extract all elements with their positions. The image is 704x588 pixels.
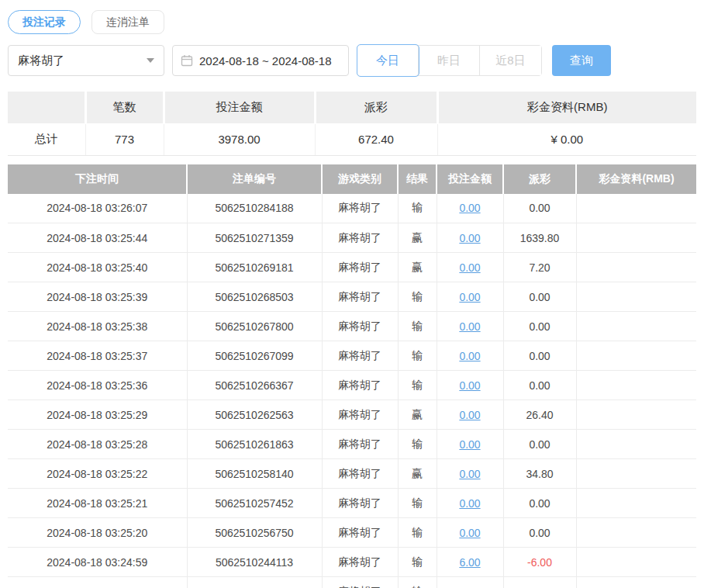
cell-result: 输 [398, 577, 437, 588]
quick-yesterday-button[interactable]: 昨日 [419, 46, 480, 75]
records-header-row: 下注时间 注单编号 游戏类别 结果 投注金额 派彩 彩金资料(RMB) [8, 164, 696, 194]
tab-betting-records[interactable]: 投注记录 [8, 10, 81, 34]
cell-bet-amount: 6.00 [437, 577, 503, 588]
game-select-value: 麻将胡了 [18, 54, 64, 68]
cell-bonus [576, 430, 696, 459]
cell-bet-number: 5062510266367 [187, 371, 322, 400]
table-row: 2024-08-18 03:25:215062510257452麻将胡了输0.0… [8, 489, 696, 518]
cell-bet-amount: 0.00 [437, 253, 503, 282]
cell-result: 赢 [398, 253, 437, 282]
cell-bet-time: 2024-08-18 03:25:21 [8, 489, 187, 518]
col-bet-amount: 投注金额 [437, 164, 503, 194]
cell-bet-time: 2024-08-18 03:25:28 [8, 430, 187, 459]
bet-amount-link[interactable]: 0.00 [459, 409, 480, 421]
bet-amount-link[interactable]: 0.00 [459, 497, 480, 510]
bet-amount-link[interactable]: 6.00 [459, 586, 480, 588]
tabs-row: 投注记录 连消注单 [8, 10, 696, 34]
cell-payout: 26.40 [503, 400, 576, 430]
query-button[interactable]: 查询 [552, 45, 611, 76]
cell-bet-number: 5062510256750 [187, 518, 322, 548]
cell-bet-time: 2024-08-18 03:25:38 [8, 312, 187, 341]
cell-bet-amount: 0.00 [437, 518, 503, 548]
cell-bonus [576, 312, 696, 341]
quick-last-8-days-button[interactable]: 近8日 [480, 46, 541, 75]
cell-bet-amount: 0.00 [437, 223, 503, 253]
cell-bonus [576, 371, 696, 400]
table-row: 2024-08-18 03:25:385062510267800麻将胡了输0.0… [8, 312, 696, 341]
cell-bet-amount: 0.00 [437, 400, 503, 430]
bet-amount-link[interactable]: 0.00 [459, 527, 480, 539]
cell-payout: 7.20 [503, 253, 576, 282]
cell-payout: 0.00 [503, 430, 576, 459]
cell-payout: 0.00 [503, 312, 576, 341]
cell-bet-amount: 0.00 [437, 459, 503, 489]
table-row: 2024-08-18 03:25:285062510261863麻将胡了输0.0… [8, 430, 696, 459]
bet-amount-link[interactable]: 0.00 [459, 261, 480, 274]
summary-col-payout: 派彩 [315, 92, 437, 123]
table-row: 2024-08-18 03:25:365062510266367麻将胡了输0.0… [8, 371, 696, 400]
cell-game-type: 麻将胡了 [322, 371, 398, 400]
cell-payout: 0.00 [503, 282, 576, 312]
cell-game-type: 麻将胡了 [322, 282, 398, 312]
cell-bonus [576, 518, 696, 548]
calendar-icon [181, 54, 193, 67]
cell-bet-number: 5062510244113 [187, 548, 322, 577]
cell-result: 赢 [398, 223, 437, 253]
cell-payout: -6.00 [503, 577, 576, 588]
cell-game-type: 麻将胡了 [322, 489, 398, 518]
table-row: 2024-08-18 03:25:375062510267099麻将胡了输0.0… [8, 341, 696, 371]
col-bet-number: 注单编号 [187, 164, 322, 194]
cell-bet-amount: 0.00 [437, 430, 503, 459]
date-range-input[interactable]: 2024-08-18 ~ 2024-08-18 [172, 45, 349, 76]
cell-result: 输 [398, 194, 437, 223]
betting-records-page: 投注记录 连消注单 麻将胡了 2024-08-18 ~ 2024-08-18 今… [0, 10, 704, 588]
cell-bet-time: 2024-08-18 03:26:07 [8, 194, 187, 223]
cell-bonus [576, 341, 696, 371]
cell-bet-time: 2024-08-18 03:25:40 [8, 253, 187, 282]
cell-bet-time: 2024-08-18 03:25:44 [8, 223, 187, 253]
table-row: 2024-08-18 03:25:225062510258140麻将胡了赢0.0… [8, 459, 696, 489]
cell-result: 输 [398, 341, 437, 371]
cell-bet-amount: 0.00 [437, 489, 503, 518]
bet-amount-link[interactable]: 0.00 [459, 232, 480, 244]
bet-amount-link[interactable]: 0.00 [459, 291, 480, 303]
col-bonus: 彩金资料(RMB) [576, 164, 696, 194]
cell-bonus [576, 400, 696, 430]
bet-amount-link[interactable]: 6.00 [459, 556, 480, 569]
cell-result: 输 [398, 548, 437, 577]
cell-bet-number: 5062510243034 [187, 577, 322, 588]
cell-game-type: 麻将胡了 [322, 341, 398, 371]
records-table: 下注时间 注单编号 游戏类别 结果 投注金额 派彩 彩金资料(RMB) 2024… [8, 164, 696, 588]
cell-game-type: 麻将胡了 [322, 459, 398, 489]
game-select[interactable]: 麻将胡了 [8, 45, 164, 76]
filter-row: 麻将胡了 2024-08-18 ~ 2024-08-18 今日 昨日 近8日 查… [8, 45, 696, 76]
bet-amount-link[interactable]: 0.00 [459, 350, 480, 362]
summary-table: 笔数 投注金额 派彩 彩金资料(RMB) 总计 773 3978.00 672.… [8, 92, 696, 156]
cell-game-type: 麻将胡了 [322, 548, 398, 577]
bet-amount-link[interactable]: 0.00 [459, 468, 480, 480]
summary-total-label: 总计 [8, 123, 85, 155]
cell-bet-time: 2024-08-18 03:25:29 [8, 400, 187, 430]
cell-game-type: 麻将胡了 [322, 194, 398, 223]
cell-payout: -6.00 [503, 548, 576, 577]
table-row: 2024-08-18 03:24:595062510244113麻将胡了输6.0… [8, 548, 696, 577]
bet-amount-link[interactable]: 0.00 [459, 438, 480, 451]
bet-amount-link[interactable]: 0.00 [459, 320, 480, 333]
col-bet-time: 下注时间 [8, 164, 187, 194]
cell-bet-amount: 0.00 [437, 341, 503, 371]
cell-bet-number: 5062510284188 [187, 194, 322, 223]
summary-col-blank [8, 92, 85, 123]
bet-amount-link[interactable]: 0.00 [459, 202, 480, 214]
table-row: 2024-08-18 03:25:395062510268503麻将胡了输0.0… [8, 282, 696, 312]
cell-bonus [576, 459, 696, 489]
table-row: 2024-08-18 03:25:205062510256750麻将胡了输0.0… [8, 518, 696, 548]
tab-cancelled-bets[interactable]: 连消注单 [91, 10, 164, 34]
cell-bonus [576, 577, 696, 588]
cell-game-type: 麻将胡了 [322, 223, 398, 253]
quick-range-group: 今日 昨日 近8日 [357, 45, 542, 76]
summary-col-bet-amount: 投注金额 [164, 92, 315, 123]
bet-amount-link[interactable]: 0.00 [459, 379, 480, 392]
quick-today-button[interactable]: 今日 [357, 45, 419, 76]
summary-total-count: 773 [85, 123, 164, 155]
cell-payout: 1639.80 [503, 223, 576, 253]
